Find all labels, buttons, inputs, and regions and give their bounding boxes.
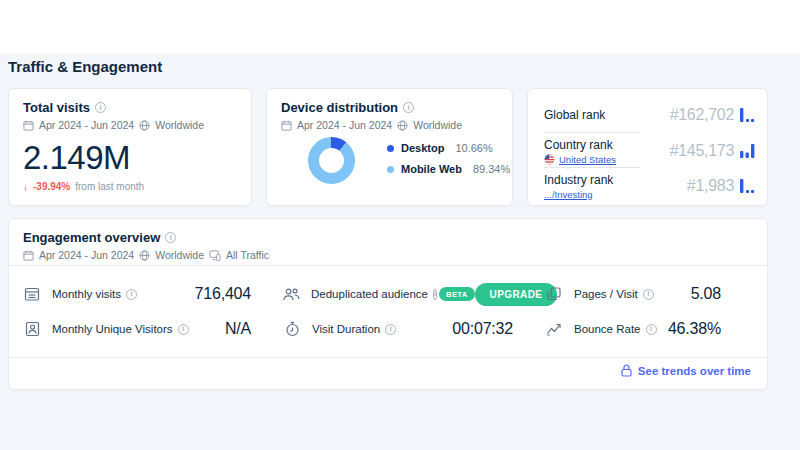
- divider: [9, 265, 767, 266]
- beta-badge: BETA: [439, 287, 474, 301]
- card-filters: Apr 2024 - Jun 2024 Worldwide All Traffi…: [23, 249, 269, 261]
- card-filters: Apr 2024 - Jun 2024 Worldwide: [23, 119, 204, 131]
- info-icon[interactable]: [178, 324, 189, 335]
- rank-card: Global rank #162,702 Country rank United…: [527, 88, 768, 206]
- divider: [544, 167, 640, 168]
- people-icon: [283, 287, 300, 302]
- pages-icon: [545, 286, 563, 302]
- info-icon[interactable]: [385, 324, 396, 335]
- info-icon[interactable]: [646, 324, 657, 335]
- metric-visit-duration: Visit Duration 00:07:32: [283, 316, 513, 342]
- legend-dot: [387, 166, 394, 173]
- legend-item-mobile-web: Mobile Web 89.34%: [387, 163, 510, 175]
- country-rank-row: Country rank United States #145,173: [544, 136, 755, 166]
- industry-rank-row: Industry rank .../Investing #1,983: [544, 171, 755, 201]
- global-rank-row: Global rank #162,702: [544, 101, 755, 129]
- card-title: Device distribution: [281, 100, 398, 115]
- lock-icon: [621, 364, 632, 377]
- see-trends-link[interactable]: See trends over time: [621, 364, 751, 377]
- region: Worldwide: [155, 119, 204, 131]
- total-visits-card: Total visits Apr 2024 - Jun 2024 Worldwi…: [8, 88, 252, 206]
- info-icon[interactable]: [95, 102, 106, 113]
- global-rank-value: #162,702: [670, 106, 734, 124]
- metric-deduplicated-audience: Deduplicated audience BETA UPGRADE: [283, 281, 513, 307]
- rank-bars-three-icon: [740, 144, 755, 158]
- traffic-filter: All Traffic: [226, 249, 269, 261]
- us-flag-icon: [544, 154, 555, 165]
- divider: [9, 357, 767, 358]
- metric-pages-per-visit: Pages / Visit 5.08: [545, 281, 721, 307]
- calendar-icon: [281, 120, 292, 131]
- metric-monthly-visits: Monthly visits 716,404: [23, 281, 251, 307]
- calendar-grid-icon: [23, 286, 41, 302]
- total-visits-value: 2.149M: [23, 139, 130, 177]
- date-range: Apr 2024 - Jun 2024: [39, 249, 134, 261]
- monthly-unique-visitors-value: N/A: [225, 320, 251, 338]
- monthly-visits-value: 716,404: [195, 285, 251, 303]
- info-icon[interactable]: [643, 289, 654, 300]
- device-distribution-card: Device distribution Apr 2024 - Jun 2024 …: [266, 88, 513, 206]
- engagement-overview-card: Engagement overview Apr 2024 - Jun 2024 …: [8, 218, 768, 390]
- pages-per-visit-value: 5.08: [691, 285, 721, 303]
- card-filters: Apr 2024 - Jun 2024 Worldwide: [281, 119, 462, 131]
- country-link[interactable]: United States: [559, 154, 616, 165]
- globe-icon: [397, 120, 408, 131]
- visit-duration-value: 00:07:32: [452, 320, 513, 338]
- device-legend: Desktop 10.66% Mobile Web 89.34%: [387, 142, 510, 175]
- info-icon[interactable]: [126, 289, 137, 300]
- device-donut: [308, 137, 355, 184]
- card-title: Engagement overview: [23, 230, 160, 245]
- date-range: Apr 2024 - Jun 2024: [297, 119, 392, 131]
- industry-rank-value: #1,983: [687, 177, 734, 195]
- globe-icon: [139, 250, 150, 261]
- bounce-arrow-icon: [545, 322, 563, 336]
- desktop-mobile-icon: [209, 250, 221, 261]
- change-arrow-icon: ↓: [23, 181, 28, 192]
- date-range: Apr 2024 - Jun 2024: [39, 119, 134, 131]
- metric-monthly-unique-visitors: Monthly Unique Visitors N/A: [23, 316, 251, 342]
- unique-visitor-icon: [23, 321, 41, 337]
- divider: [544, 132, 640, 133]
- globe-icon: [139, 120, 150, 131]
- info-icon[interactable]: [165, 232, 176, 243]
- metric-bounce-rate: Bounce Rate 46.38%: [545, 316, 721, 342]
- rank-bars-tall-dots-icon: [740, 108, 755, 122]
- region: Worldwide: [155, 249, 204, 261]
- page-title: Traffic & Engagement: [8, 58, 162, 75]
- rank-bars-tall-dots-icon: [740, 179, 755, 193]
- legend-item-desktop: Desktop 10.66%: [387, 142, 510, 154]
- stopwatch-icon: [283, 321, 301, 337]
- country-rank-value: #145,173: [670, 142, 734, 160]
- info-icon[interactable]: [433, 289, 437, 300]
- card-title: Total visits: [23, 100, 90, 115]
- region: Worldwide: [413, 119, 462, 131]
- legend-dot: [387, 145, 394, 152]
- info-icon[interactable]: [403, 102, 414, 113]
- industry-link[interactable]: .../Investing: [544, 189, 593, 200]
- bounce-rate-value: 46.38%: [668, 320, 721, 338]
- calendar-icon: [23, 250, 34, 261]
- change-note: from last month: [75, 181, 144, 192]
- change-percent: -39.94%: [33, 181, 70, 192]
- calendar-icon: [23, 120, 34, 131]
